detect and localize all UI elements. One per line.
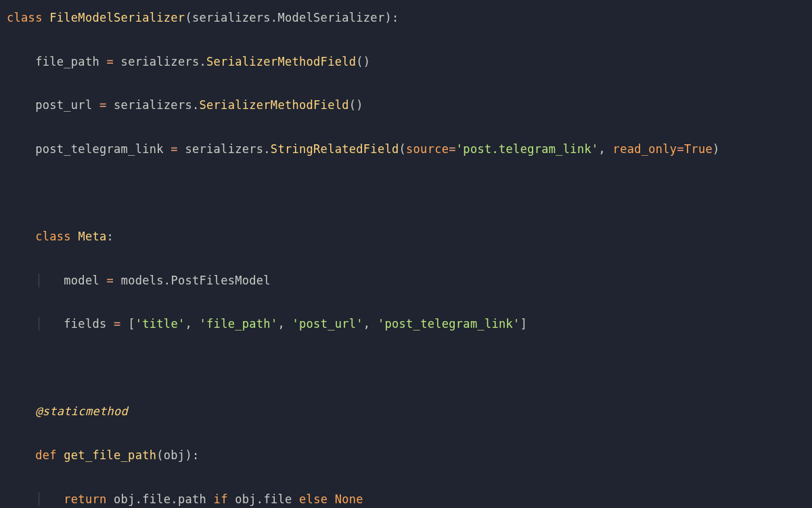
string-literal: 'post_telegram_link' — [378, 317, 520, 331]
code-line-blank — [0, 357, 812, 379]
identifier: serializers — [121, 55, 200, 68]
bool-literal: True — [684, 142, 713, 156]
identifier: SerializerMethodField — [200, 98, 349, 112]
class-name: FileModelSerializer — [49, 11, 185, 24]
decorator: @staticmethod — [35, 404, 128, 418]
keyword-if: if — [214, 492, 228, 506]
identifier: SerializerMethodField — [206, 55, 356, 68]
code-line: class FileModelSerializer(serializers.Mo… — [0, 7, 812, 28]
code-line-blank — [0, 182, 812, 203]
identifier: fields — [64, 317, 106, 331]
identifier: obj — [114, 492, 135, 506]
code-line: │ return obj.file.path if obj.file else … — [0, 488, 812, 508]
keyword-else: else — [299, 492, 328, 506]
code-line: │ model = models.PostFilesModel — [0, 270, 812, 291]
identifier: obj — [235, 492, 256, 506]
kwarg: read_only — [613, 142, 677, 156]
identifier: post_telegram_link — [35, 142, 164, 156]
code-line: file_path = serializers.SerializerMethod… — [0, 51, 812, 72]
code-editor[interactable]: class FileModelSerializer(serializers.Mo… — [0, 7, 812, 508]
identifier: model — [64, 274, 99, 287]
identifier: file_path — [35, 55, 99, 68]
parameter: obj — [164, 448, 185, 462]
keyword-return: return — [64, 492, 106, 506]
keyword-class: class — [35, 230, 71, 243]
identifier: ModelSerializer — [277, 11, 384, 24]
string-literal: 'post_url' — [292, 317, 363, 331]
identifier: models — [121, 274, 164, 287]
identifier: serializers — [192, 11, 271, 24]
code-line: │ fields = ['title', 'file_path', 'post_… — [0, 313, 812, 335]
identifier: PostFilesModel — [171, 274, 271, 287]
kwarg: source — [406, 142, 449, 156]
identifier: StringRelatedField — [271, 142, 399, 156]
identifier: file — [142, 492, 171, 506]
code-line: class Meta: — [0, 226, 812, 247]
identifier: file — [263, 492, 292, 506]
string-literal: 'post.telegram_link' — [456, 142, 599, 156]
identifier: path — [178, 492, 206, 506]
identifier: post_url — [35, 98, 92, 112]
keyword-class: class — [7, 11, 43, 24]
identifier: serializers — [114, 98, 192, 112]
code-line: post_url = serializers.SerializerMethodF… — [0, 94, 812, 116]
string-literal: 'file_path' — [200, 317, 278, 331]
keyword-def: def — [35, 448, 57, 462]
code-line: @staticmethod — [0, 400, 812, 422]
none-literal: None — [335, 492, 363, 506]
function-name: get_file_path — [64, 448, 156, 462]
code-line: post_telegram_link = serializers.StringR… — [0, 138, 812, 160]
string-literal: 'title' — [135, 317, 185, 331]
class-name: Meta — [78, 230, 106, 243]
identifier: serializers — [185, 142, 263, 156]
code-line: def get_file_path(obj): — [0, 444, 812, 466]
